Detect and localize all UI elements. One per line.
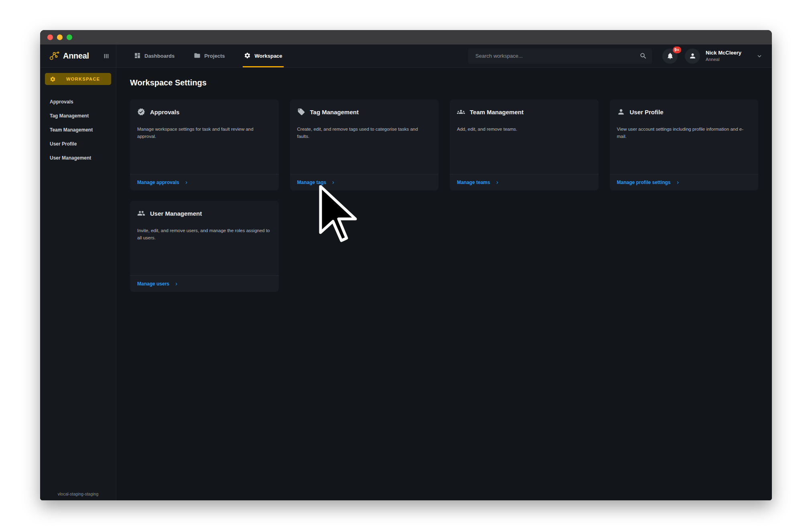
card-description: Manage workspace settings for task and f… (137, 125, 272, 140)
user-name: Nick McCleery (706, 50, 741, 57)
person-icon (617, 108, 625, 116)
user-org: Anneal (706, 57, 741, 62)
card-title: Team Management (470, 109, 524, 115)
chevron-right-icon (174, 281, 179, 287)
settings-card-team-management: Team Management Add, edit, and remove te… (450, 99, 599, 190)
user-meta: Nick McCleery Anneal (706, 50, 741, 62)
search-icon[interactable] (639, 52, 647, 60)
card-description: Create, edit, and remove tags used to ca… (297, 125, 432, 140)
main-panel: Workspace Settings Approvals Manage work… (116, 68, 772, 500)
settings-card-tag-management: Tag Management Create, edit, and remove … (290, 99, 439, 190)
columns-icon[interactable] (103, 53, 110, 59)
macos-titlebar (40, 30, 772, 45)
card-manage-link[interactable]: Manage teams (457, 180, 500, 185)
sidebar-section-label: WORKSPACE (66, 77, 100, 81)
nav-tab-workspace[interactable]: Workspace (244, 45, 282, 67)
gear-icon (50, 76, 56, 82)
notification-badge: 9+ (673, 47, 682, 53)
primary-nav: Dashboards Projects Workspace (134, 45, 282, 67)
chevron-right-icon (184, 180, 189, 185)
people-icon (137, 209, 145, 217)
card-title: User Management (150, 210, 202, 217)
search-box (468, 49, 652, 64)
sidebar: WORKSPACE ApprovalsTag ManagementTeam Ma… (40, 68, 116, 500)
sidebar-item-user-profile[interactable]: User Profile (45, 137, 111, 151)
minimize-button[interactable] (57, 34, 63, 40)
dashboard-icon (134, 52, 141, 59)
content-area: WORKSPACE ApprovalsTag ManagementTeam Ma… (40, 68, 772, 500)
sidebar-section-workspace[interactable]: WORKSPACE (45, 73, 111, 85)
header-right: 9+ Nick McCleery Anneal (468, 45, 772, 67)
person-icon (689, 52, 696, 60)
card-manage-link[interactable]: Manage tags (297, 180, 336, 185)
sidebar-item-approvals[interactable]: Approvals (45, 95, 111, 109)
card-description: Add, edit, and remove teams. (457, 125, 591, 133)
settings-cards: Approvals Manage workspace settings for … (130, 99, 758, 292)
bell-icon (666, 52, 674, 60)
nav-tab-projects[interactable]: Projects (194, 45, 225, 67)
card-manage-link[interactable]: Manage profile settings (617, 180, 680, 185)
verified-icon (137, 108, 145, 116)
folder-icon (194, 52, 201, 59)
molecule-icon (49, 51, 60, 61)
sidebar-item-user-management[interactable]: User Management (45, 151, 111, 165)
chevron-right-icon (675, 180, 680, 185)
user-menu[interactable]: Nick McCleery Anneal (706, 50, 763, 62)
card-title: Tag Management (310, 109, 359, 115)
sidebar-item-tag-management[interactable]: Tag Management (45, 109, 111, 123)
sidebar-items: ApprovalsTag ManagementTeam ManagementUs… (45, 95, 111, 165)
zoom-button[interactable] (67, 34, 72, 40)
brand-name: Anneal (63, 51, 89, 61)
card-description: Invite, edit, and remove users, and mana… (137, 227, 272, 242)
brand-area: Anneal (40, 45, 116, 67)
chevron-right-icon (331, 180, 336, 185)
page-title: Workspace Settings (130, 78, 758, 87)
gear-icon (244, 52, 251, 59)
chevron-down-icon (756, 53, 763, 60)
card-manage-link[interactable]: Manage users (137, 281, 179, 287)
avatar[interactable] (685, 49, 700, 64)
nav-tab-dashboards[interactable]: Dashboards (134, 45, 175, 67)
settings-card-user-profile: User Profile View user account settings … (610, 99, 759, 190)
chevron-down-icon (756, 53, 763, 60)
settings-card-user-management: User Management Invite, edit, and remove… (130, 201, 279, 292)
search-input[interactable] (475, 53, 639, 59)
app-window: Anneal Dashboards Projects Workspace (40, 30, 772, 500)
chevron-right-icon (495, 180, 500, 185)
gear-icon (50, 76, 56, 82)
settings-card-approvals: Approvals Manage workspace settings for … (130, 99, 279, 190)
card-title: Approvals (150, 109, 179, 115)
groups-icon (457, 108, 465, 116)
environment-label: vlocal-staging-staging (45, 492, 111, 496)
sidebar-item-team-management[interactable]: Team Management (45, 123, 111, 137)
close-button[interactable] (47, 34, 53, 40)
card-manage-link[interactable]: Manage approvals (137, 180, 189, 185)
search-icon (639, 52, 647, 60)
app-header: Anneal Dashboards Projects Workspace (40, 45, 772, 68)
card-title: User Profile (630, 109, 664, 115)
notifications-button[interactable]: 9+ (662, 49, 678, 64)
tag-icon (297, 108, 305, 116)
card-description: View user account settings including pro… (617, 125, 751, 140)
